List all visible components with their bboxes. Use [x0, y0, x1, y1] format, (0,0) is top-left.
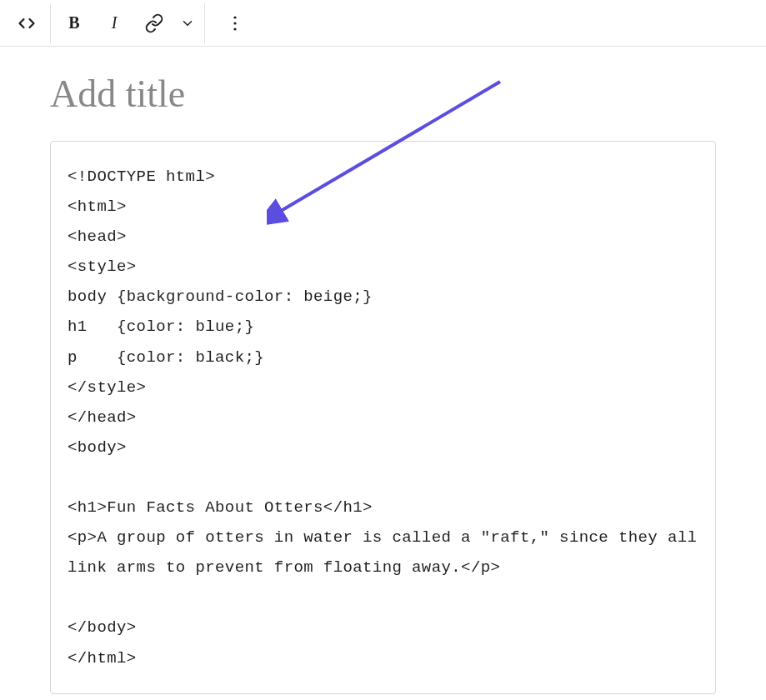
bold-button[interactable]: B: [54, 3, 94, 43]
html-code-block[interactable]: <!DOCTYPE html> <html> <head> <style> bo…: [50, 141, 716, 694]
svg-point-1: [233, 22, 236, 24]
post-title-input[interactable]: [50, 63, 716, 141]
italic-icon: I: [112, 13, 118, 32]
toolbar-divider: [50, 3, 51, 43]
more-options-button[interactable]: [215, 3, 255, 43]
toolbar-divider: [204, 3, 205, 43]
link-icon: [144, 13, 164, 33]
link-button[interactable]: [134, 3, 174, 43]
svg-point-2: [233, 28, 236, 30]
editor-toolbar: B I: [0, 0, 766, 47]
html-block-button[interactable]: [7, 3, 47, 43]
svg-point-0: [233, 16, 236, 18]
chevron-down-icon: [180, 16, 195, 31]
dropdown-button[interactable]: [174, 3, 201, 43]
editor-content: <!DOCTYPE html> <html> <head> <style> bo…: [0, 47, 766, 694]
bold-icon: B: [68, 13, 79, 32]
more-vertical-icon: [225, 13, 245, 33]
italic-button[interactable]: I: [94, 3, 134, 43]
